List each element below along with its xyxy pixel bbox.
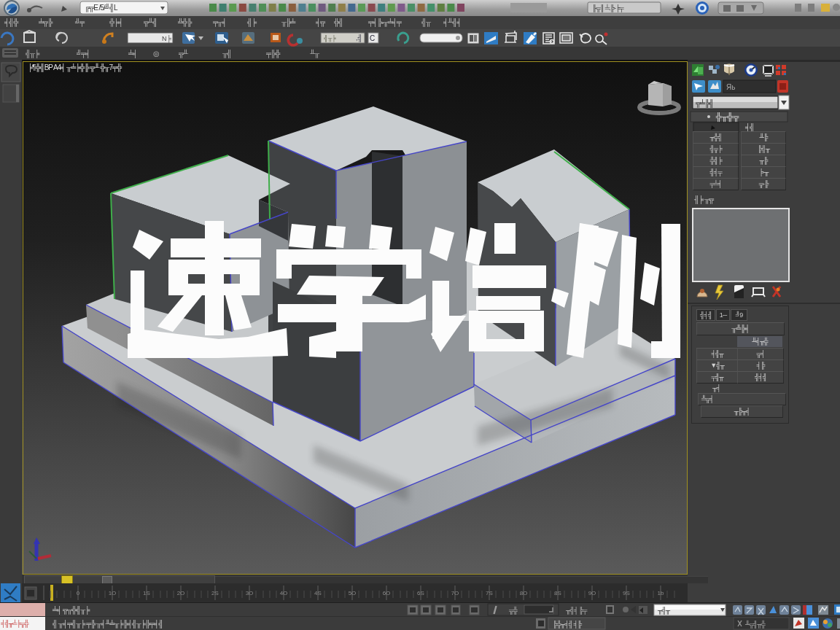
svg-text:Яь: Яь (726, 83, 735, 91)
svg-text:╣╥╞: ╣╥╞ (324, 34, 336, 42)
svg-text:8O: 8O (520, 590, 528, 596)
svg-text:╠╬╥╡╣ ╡╠: ╠╬╥╡╣ ╡╠ (553, 620, 583, 629)
svg-text:╞¶╬╣BP A4╡ ╥╧╞╬╠ ╦╨ ╬╥7╤╬: ╞¶╬╣BP A4╡ ╥╧╞╬╠ ╦╨ ╬╥7╤╬ (28, 63, 122, 73)
svg-text:,╣: ,╣ (356, 34, 362, 42)
svg-text:4S: 4S (314, 590, 322, 596)
svg-text:0: 0 (77, 590, 80, 596)
svg-text:╟╦║ ╧.╠-╞╤: ╟╦║ ╧.╠-╞╤ (592, 4, 624, 12)
svg-text:6S: 6S (417, 590, 424, 596)
svg-text:1O: 1O (109, 590, 117, 596)
svg-text:4O: 4O (280, 590, 288, 596)
svg-text:╥╣╥: ╥╣╥ (657, 606, 671, 615)
svg-text:9O: 9O (588, 590, 596, 596)
svg-text:2O: 2O (177, 590, 185, 596)
svg-text:7O: 7O (451, 590, 459, 596)
svg-text:╬╥╬╦: ╬╥╬╦ (715, 112, 739, 122)
svg-text:3O: 3O (246, 590, 254, 596)
svg-text:1b: 1b (658, 590, 664, 596)
svg-text:6O: 6O (383, 590, 391, 596)
svg-text:╦╧╠╣: ╦╧╠╣ (695, 98, 713, 109)
svg-text:╦╬: ╦╬ (508, 606, 518, 615)
svg-text:9S: 9S (623, 590, 630, 596)
svg-text:7S: 7S (486, 590, 493, 596)
svg-text:2S: 2S (211, 590, 219, 596)
svg-text:N╞: N╞ (162, 34, 171, 43)
svg-text:╨╦╣╥╬: ╨╦╣╥╬ (744, 620, 766, 629)
svg-text:C: C (370, 34, 375, 42)
svg-text:╥╣╡ ╠╤: ╥╣╡ ╠╤ (565, 606, 588, 615)
svg-text:1S: 1S (143, 590, 150, 596)
svg-text:8S: 8S (554, 590, 561, 596)
svg-text:╔╦E /5/╝╣L: ╔╦E /5/╝╣L (85, 3, 118, 13)
svg-text:5O: 5O (349, 590, 357, 596)
